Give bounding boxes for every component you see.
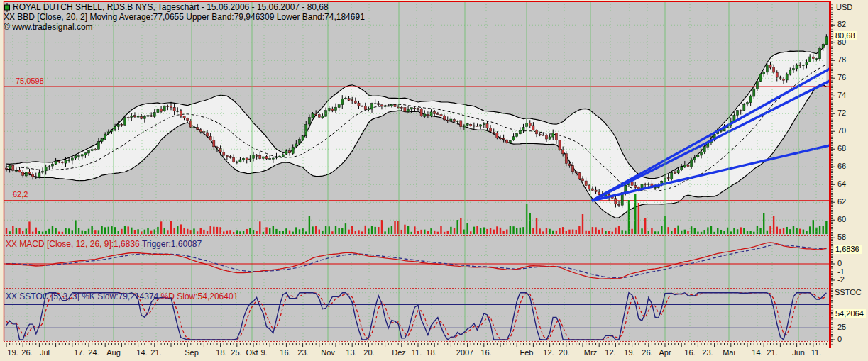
price-axis-label: 70 (837, 126, 846, 135)
level-line-label: 62,2 (13, 190, 28, 199)
time-axis-label: Jun (792, 348, 805, 357)
price-axis-label: 76 (837, 73, 846, 82)
time-axis-label: 16. (280, 348, 290, 357)
time-axis-label: 16. (480, 348, 491, 357)
time-axis-label: Mai (723, 348, 735, 357)
sstoc-axis-label: 0 (837, 335, 842, 343)
time-axis-label: 23. (702, 348, 713, 357)
price-axis-label: 58 (837, 233, 846, 241)
time-axis-label: 20. (363, 348, 374, 357)
time-axis-label: 17. (74, 348, 84, 357)
price-axis-label: 64 (837, 179, 846, 188)
sstoc-panel-header: XX SSTOC [5, 3, 3] %K Slow:79,214374 %D … (6, 291, 238, 301)
time-axis-label: Apr (659, 348, 671, 357)
time-axis-label: Okt (246, 348, 258, 357)
chart-canvas[interactable] (0, 0, 868, 361)
time-axis-label: 14. (752, 348, 762, 357)
macd-panel-header: XX MACD [Close, 12, 26, 9]:1,6836 Trigge… (6, 239, 202, 249)
price-axis[interactable]: USD8280787674727068666462605880,680-1-21… (832, 0, 868, 361)
price-axis-label: 72 (837, 109, 846, 117)
macd-trigger-label: Trigger:1,60087 (142, 239, 202, 249)
time-axis-label: 12. (605, 348, 615, 357)
price-axis-label: 66 (837, 162, 846, 170)
time-axis-label: 24. (88, 348, 99, 357)
time-axis[interactable]: 19.26.Jul17.24.Aug14.21.Sep18.25.Okt9.16… (0, 348, 868, 361)
macd-value-badge: 1,6836 (834, 245, 862, 254)
time-axis-label: 9. (260, 348, 267, 357)
macd-axis-label: -1 (837, 267, 845, 276)
price-axis-label: 62 (837, 197, 846, 206)
time-axis-label: 26. (21, 348, 32, 357)
time-axis-label: 21. (767, 348, 777, 357)
time-axis-label: 23. (297, 348, 308, 357)
time-axis-label: Dez (392, 348, 406, 357)
time-axis-label: 2007 (456, 348, 473, 357)
sstoc-d-label: %D Slow:54,206401 (161, 291, 238, 301)
sstoc-value-badge: 54,2064 (834, 309, 866, 318)
time-axis-label: 11. (412, 348, 422, 357)
price-axis-label: 60 (837, 215, 846, 223)
time-axis-label: 18. (216, 348, 226, 357)
level-line-label: 75,0598 (16, 77, 44, 85)
time-axis-label: Aug (106, 348, 121, 357)
sstoc-axis-title: SSTOC (835, 288, 862, 296)
sstoc-k-label: XX SSTOC [5, 3, 3] %K Slow:79,214374 (6, 291, 158, 301)
price-axis-label: 68 (837, 144, 846, 152)
time-axis-label: 19. (624, 348, 634, 357)
bbd-indicator-label: XX BBD [Close, 20, 2] Moving Average:77,… (4, 12, 365, 22)
time-axis-label: Sep (185, 348, 199, 357)
instrument-icon (4, 3, 11, 12)
time-axis-label: 13. (346, 348, 356, 357)
time-axis-label: 21. (150, 348, 161, 357)
time-axis-label: 14. (136, 348, 147, 357)
macd-axis-label: -2 (837, 275, 845, 284)
sstoc-axis-label: 25 (837, 323, 846, 331)
price-axis-label: 74 (837, 91, 846, 99)
time-axis-label: 12. (543, 348, 554, 357)
chart-title: ROYAL DUTCH SHELL, RDS.B NYS, Tageschart… (13, 2, 329, 12)
chart-window: ROYAL DUTCH SHELL, RDS.B NYS, Tageschart… (0, 0, 868, 361)
time-axis-label: 25. (231, 348, 241, 357)
copyright-label: © www.tradesignal.com (4, 22, 93, 32)
time-axis-label: 19. (7, 348, 18, 357)
time-axis-label: 18. (426, 348, 436, 357)
time-axis-label: 11. (811, 348, 821, 357)
price-axis-label: 78 (837, 55, 846, 64)
time-axis-label: Mrz (584, 348, 597, 357)
macd-axis-label: 0 (837, 259, 842, 267)
last-price-badge: 80,68 (834, 31, 857, 40)
time-axis-label: Jul (40, 348, 50, 357)
price-axis-label: 82 (837, 20, 846, 28)
time-axis-label: 20. (559, 348, 569, 357)
macd-label: XX MACD [Close, 12, 26, 9]:1,6836 (6, 239, 140, 249)
time-axis-label: Nov (321, 348, 335, 357)
time-axis-label: Feb (520, 348, 534, 357)
time-axis-label: 26. (642, 348, 652, 357)
price-axis-unit: USD (836, 3, 852, 11)
time-axis-label: 16. (684, 348, 695, 357)
